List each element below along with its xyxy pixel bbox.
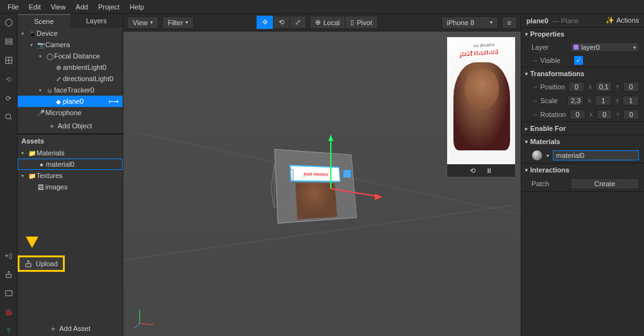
pivot-toggle[interactable]: ▯ Pivot — [345, 16, 377, 29]
tree-row-faceTracker0[interactable]: ▾☺faceTracker0 — [18, 84, 123, 96]
svg-line-17 — [135, 323, 140, 328]
menu-add[interactable]: Add — [70, 3, 93, 11]
tree-row-Device[interactable]: ▾📱Device — [18, 28, 123, 39]
position-label: Position — [540, 83, 565, 91]
svg-rect-14 — [343, 170, 351, 177]
refresh-icon[interactable]: ⟳ — [4, 93, 14, 103]
svg-marker-13 — [375, 194, 382, 200]
visible-checkbox[interactable]: ✓ — [574, 56, 583, 65]
transform-gizmo[interactable] — [312, 126, 387, 214]
cube-icon[interactable] — [4, 18, 14, 28]
camera-icon[interactable]: ⟲ — [4, 74, 14, 84]
menubar: File Edit View Add Project Help — [0, 0, 644, 14]
search-icon[interactable] — [4, 112, 14, 122]
tree-row-Camera[interactable]: ▾📷Camera — [18, 39, 123, 50]
local-toggle[interactable]: ⊕ Local — [309, 16, 345, 29]
assets-header: Assets — [18, 134, 123, 147]
camera-frustum-icon — [268, 157, 306, 220]
menu-view[interactable]: View — [46, 3, 71, 11]
rotate-tool[interactable]: ⟲ — [273, 16, 290, 29]
add-asset-button[interactable]: ＋ Add Asset — [18, 321, 123, 336]
enable-for-header[interactable]: Enable For — [530, 125, 566, 132]
phone-preview: no dreams just memes ⟲ ⏸ — [447, 36, 516, 177]
svg-marker-11 — [328, 135, 333, 141]
layers-icon[interactable] — [4, 36, 14, 47]
properties-header[interactable]: Properties — [530, 30, 564, 38]
library-icon[interactable] — [4, 288, 14, 298]
position-z[interactable]: 0 — [623, 82, 639, 92]
tree-row-Microphone[interactable]: 🎤Microphone — [18, 107, 123, 118]
viewport-canvas[interactable]: just memes — [123, 31, 521, 336]
scale-y[interactable]: 1 — [595, 96, 611, 106]
svg-rect-0 — [6, 39, 12, 41]
menu-edit[interactable]: Edit — [24, 3, 46, 11]
transformations-header[interactable]: Transformations — [530, 70, 584, 77]
grid-icon[interactable] — [4, 55, 14, 65]
inspector: plane0 — Plane ✨ Actions ▾Properties Lay… — [521, 14, 644, 336]
upload-label: Upload — [36, 260, 58, 267]
preview-refresh-icon[interactable]: ⟲ — [470, 167, 475, 175]
tree-row-Materials[interactable]: ▾📁Materials — [18, 147, 123, 159]
materials-header[interactable]: Materials — [530, 138, 560, 145]
viewport: View ▾ Filter ▾ ✥ ⟲ ⤢ ⊕ Local ▯ Pivot iP… — [123, 14, 521, 336]
inspector-object-type: — Plane — [552, 17, 579, 25]
actions-button[interactable]: ✨ Actions — [606, 16, 639, 25]
rotation-label: Rotation — [540, 111, 566, 118]
patch-label: Patch — [531, 180, 567, 188]
preview-image: no dreams just memes — [447, 37, 515, 164]
position-y[interactable]: 0,1 — [596, 82, 611, 92]
menu-project[interactable]: Project — [93, 3, 125, 11]
interactions-header[interactable]: Interactions — [530, 166, 569, 174]
tab-layers[interactable]: Layers — [70, 14, 123, 28]
scale-z[interactable]: 1 — [623, 96, 639, 106]
svg-line-16 — [140, 323, 153, 325]
svg-line-12 — [331, 189, 378, 196]
tab-scene[interactable]: Scene — [18, 14, 70, 28]
tree-row-plane0[interactable]: ◆plane0⟼ — [18, 96, 123, 107]
position-x[interactable]: 0 — [569, 82, 584, 92]
svg-line-6 — [10, 118, 12, 120]
preview-pause-icon[interactable]: ⏸ — [486, 167, 492, 174]
svg-rect-8 — [6, 291, 12, 296]
viewport-toolbar: View ▾ Filter ▾ ✥ ⟲ ⤢ ⊕ Local ▯ Pivot iP… — [123, 14, 521, 31]
move-tool[interactable]: ✥ — [257, 16, 274, 29]
bug-icon[interactable]: 🐞 — [4, 307, 14, 317]
viewport-menu[interactable]: ≡ — [502, 16, 517, 29]
svg-rect-1 — [6, 42, 12, 44]
svg-point-5 — [6, 114, 11, 119]
upload-icon[interactable] — [4, 269, 14, 279]
inspector-object-name: plane0 — [526, 17, 548, 25]
layer-label: Layer — [531, 43, 567, 51]
add-object-button[interactable]: ＋ Add Object — [18, 118, 123, 133]
scale-x[interactable]: 2,3 — [567, 96, 584, 106]
axis-indicator-icon — [133, 305, 158, 330]
help-icon[interactable]: ? — [4, 326, 14, 336]
filter-dropdown[interactable]: Filter ▾ — [162, 16, 194, 29]
layer-dropdown[interactable]: layer0▾ — [570, 42, 639, 52]
upload-button[interactable]: Upload — [18, 255, 65, 272]
assets-tree: ▾📁Materials●material0▾📁Textures🖼images — [18, 147, 123, 193]
material-sphere-icon — [531, 150, 543, 161]
tree-row-directionalLight0[interactable]: ⤢directionalLight0 — [18, 73, 123, 84]
tree-row-ambientLight0[interactable]: ⊕ambientLight0 — [18, 62, 123, 73]
scene-tree: ▾📱Device▾📷Camera▾◯Focal Distance⊕ambient… — [18, 28, 123, 118]
tool-rail: ⟲ ⟳ +▯ 🐞 ? — [0, 14, 18, 336]
tree-row-images[interactable]: 🖼images — [18, 181, 123, 193]
device-icon[interactable]: +▯ — [4, 250, 14, 260]
scale-tool[interactable]: ⤢ — [289, 16, 306, 29]
tree-row-Focal Distance[interactable]: ▾◯Focal Distance — [18, 50, 123, 62]
left-sidebar: Scene Layers ▾📱Device▾📷Camera▾◯Focal Dis… — [18, 14, 123, 336]
rotation-x[interactable]: 0 — [570, 109, 586, 120]
tree-row-Textures[interactable]: ▾📁Textures — [18, 170, 123, 181]
material-dropdown[interactable]: material0 — [553, 150, 639, 160]
rotation-y[interactable]: 0 — [597, 109, 613, 120]
device-selector[interactable]: iPhone 8 ▾ — [441, 16, 498, 29]
view-dropdown[interactable]: View ▾ — [127, 16, 158, 29]
rotation-z[interactable]: 0 — [623, 109, 639, 120]
create-patch-button[interactable]: Create — [570, 178, 639, 189]
svg-rect-9 — [26, 264, 31, 267]
menu-file[interactable]: File — [3, 3, 24, 11]
menu-help[interactable]: Help — [125, 3, 149, 11]
tree-row-material0[interactable]: ●material0 — [18, 159, 123, 170]
visible-label: Visible — [540, 57, 570, 64]
